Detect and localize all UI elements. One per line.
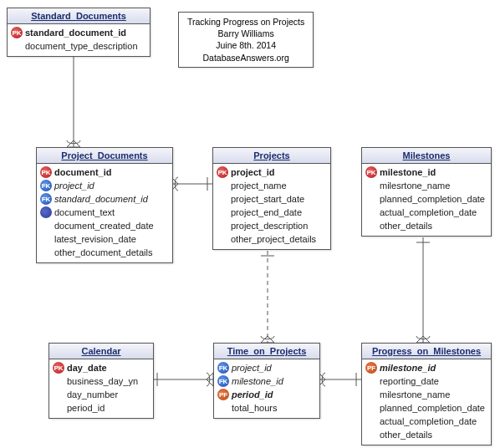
none-key-icon — [40, 247, 52, 258]
info-date: Juine 8th. 2014 — [187, 39, 304, 51]
attribute-name: project_end_date — [231, 207, 302, 217]
none-key-icon — [365, 180, 377, 191]
none-key-icon — [217, 206, 228, 218]
none-key-icon — [217, 193, 228, 205]
attribute-name: document_id — [54, 167, 111, 177]
attribute-name: actual_completion_date — [380, 207, 477, 217]
entity-calendar: Calendar PKday_datebusiness_day_ynday_nu… — [48, 343, 154, 419]
attribute-row: milesrtone_name — [364, 179, 489, 192]
none-key-icon — [11, 40, 23, 52]
entity-title: Project_Documents — [37, 148, 172, 164]
none-key-icon — [365, 193, 377, 205]
attribute-name: project_id — [54, 181, 94, 191]
fk-key-icon: FK — [40, 193, 52, 205]
attribute-name: business_day_yn — [67, 376, 138, 386]
entity-project-documents: Project_Documents PKdocument_idFKproject… — [36, 147, 173, 263]
attribute-row: FKstandard_document_id — [38, 192, 171, 206]
attribute-name: document_type_description — [25, 41, 138, 51]
none-key-icon — [365, 415, 377, 427]
attribute-row: project_end_date — [215, 206, 329, 219]
pk-key-icon: PK — [217, 166, 228, 178]
none-key-icon — [365, 206, 377, 218]
none-key-icon — [365, 375, 377, 387]
info-title: Tracking Progress on Projects — [187, 16, 304, 28]
none-key-icon — [365, 402, 377, 414]
attribute-row: business_day_yn — [51, 374, 151, 388]
attribute-name: milesrtone_name — [380, 181, 450, 191]
attribute-name: document_text — [54, 207, 115, 217]
fk-key-icon: FK — [40, 180, 52, 191]
attribute-name: reporting_date — [380, 376, 439, 386]
attribute-row: document_text — [38, 206, 171, 219]
none-key-icon — [217, 402, 229, 414]
attribute-row: PFmilestone_id — [364, 361, 489, 374]
attribute-name: day_date — [67, 363, 107, 373]
entity-title: Progress_on_Milestones — [362, 344, 491, 359]
attribute-row: PKstandard_document_id — [9, 26, 148, 39]
pf-key-icon: PF — [217, 389, 229, 400]
attribute-name: milesrtone_name — [380, 389, 450, 400]
info-author: Barry Williams — [187, 28, 304, 39]
attribute-name: project_description — [231, 221, 308, 231]
attribute-row: other_document_details — [38, 246, 171, 259]
attribute-row: total_hours — [216, 401, 318, 415]
entity-title: Standard_Documents — [8, 8, 150, 24]
attribute-row: document_created_date — [38, 219, 171, 232]
entity-body: PKproject_idproject_nameproject_start_da… — [213, 164, 330, 249]
attribute-name: latest_revision_date — [54, 234, 136, 244]
none-key-icon — [217, 233, 228, 245]
fk-key-icon: FK — [217, 362, 229, 374]
entity-projects: Projects PKproject_idproject_nameproject… — [212, 147, 331, 250]
entity-title: Time_on_Projects — [214, 344, 319, 359]
none-key-icon — [40, 220, 52, 232]
attribute-row: day_number — [51, 388, 151, 401]
none-key-icon — [53, 402, 64, 414]
attribute-row: PKproject_id — [215, 165, 329, 179]
none-key-icon — [365, 389, 377, 400]
attribute-row: PFperiod_id — [216, 388, 318, 401]
attribute-name: planned_completion_date — [380, 403, 485, 413]
entity-body: PKdocument_idFKproject_idFKstandard_docu… — [37, 164, 172, 262]
entity-body: FKproject_idFKmilestone_idPFperiod_idtot… — [214, 359, 319, 418]
attribute-name: other_details — [380, 430, 432, 440]
none-key-icon — [53, 375, 64, 387]
attribute-name: total_hours — [232, 403, 277, 413]
none-key-icon — [40, 233, 52, 245]
attribute-name: other_document_details — [54, 247, 152, 257]
attribute-row: milesrtone_name — [364, 388, 489, 401]
attribute-row: PKmilestone_id — [364, 165, 489, 179]
attribute-row: PKdocument_id — [38, 165, 171, 179]
attribute-row: project_description — [215, 219, 329, 232]
attribute-row: planned_completion_date — [364, 192, 489, 206]
entity-standard-documents: Standard_Documents PKstandard_document_i… — [7, 8, 151, 57]
attribute-row: document_type_description — [9, 39, 148, 53]
attribute-name: project_start_date — [231, 194, 304, 204]
pk-key-icon: PK — [53, 362, 64, 374]
entity-body: PKmilestone_idmilesrtone_nameplanned_com… — [362, 164, 491, 236]
attribute-row: other_project_details — [215, 232, 329, 246]
attribute-name: project_id — [232, 363, 272, 373]
attribute-name: document_created_date — [54, 221, 154, 231]
pk-key-icon: PK — [11, 27, 23, 38]
entity-title: Projects — [213, 148, 330, 164]
attribute-row: project_name — [215, 179, 329, 192]
none-key-icon — [53, 389, 64, 400]
entity-body: PKday_datebusiness_day_ynday_numberperio… — [49, 359, 153, 418]
attribute-row: other_details — [364, 219, 489, 232]
attribute-name: other_project_details — [231, 234, 316, 244]
attribute-row: FKmilestone_id — [216, 374, 318, 388]
attribute-name: milestone_id — [380, 363, 436, 373]
attribute-row: planned_completion_date — [364, 401, 489, 415]
attribute-name: period_id — [232, 389, 273, 400]
attribute-row: FKproject_id — [38, 179, 171, 192]
info-source: DatabaseAnswers.org — [187, 52, 304, 64]
entity-title: Milestones — [362, 148, 491, 164]
entity-milestones: Milestones PKmilestone_idmilesrtone_name… — [361, 147, 492, 237]
none-key-icon — [365, 429, 377, 440]
pf-key-icon: PF — [365, 362, 377, 374]
entity-body: PFmilestone_idreporting_datemilesrtone_n… — [362, 359, 491, 445]
attribute-row: actual_completion_date — [364, 206, 489, 219]
diagram-info-box: Tracking Progress on Projects Barry Will… — [178, 12, 314, 68]
entity-body: PKstandard_document_iddocument_type_desc… — [8, 24, 150, 56]
attribute-name: other_details — [380, 221, 432, 231]
